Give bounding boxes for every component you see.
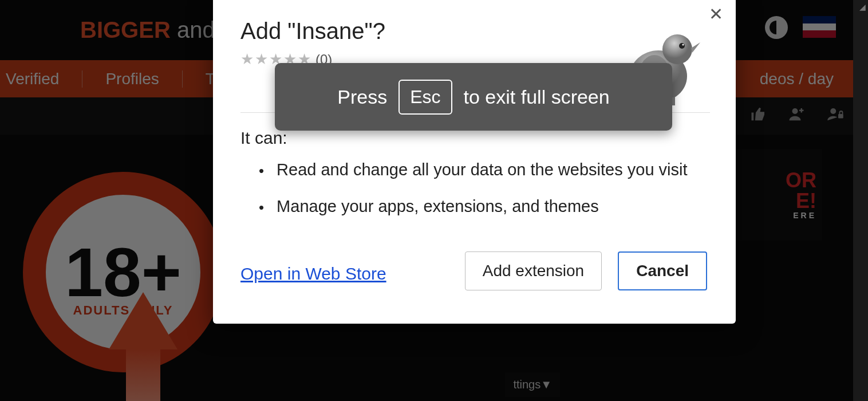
toast-pre: Press bbox=[337, 86, 387, 108]
window-gutter: ◢ bbox=[853, 0, 868, 401]
permission-item: Read and change all your data on the web… bbox=[259, 160, 688, 181]
permissions-list: Read and change all your data on the web… bbox=[259, 160, 688, 234]
cancel-button[interactable]: Cancel bbox=[618, 251, 707, 290]
extension-install-dialog: ✕ Add "Insane"? ★ ★ ★ ★ ★ (0) It can: Re… bbox=[213, 0, 736, 324]
caret-icon: ◢ bbox=[859, 2, 866, 11]
dialog-title: Add "Insane"? bbox=[240, 18, 385, 44]
star-icon: ★ bbox=[255, 50, 268, 68]
add-extension-button[interactable]: Add extension bbox=[465, 251, 602, 290]
permissions-heading: It can: bbox=[240, 128, 287, 148]
star-icon: ★ bbox=[240, 50, 254, 68]
fullscreen-exit-toast: Press Esc to exit full screen bbox=[275, 63, 672, 131]
esc-key-icon: Esc bbox=[399, 80, 452, 115]
svg-marker-7 bbox=[691, 42, 700, 53]
toast-post: to exit full screen bbox=[464, 86, 610, 108]
svg-point-6 bbox=[682, 44, 684, 46]
permission-item: Manage your apps, extensions, and themes bbox=[259, 197, 688, 218]
open-in-web-store-link[interactable]: Open in Web Store bbox=[240, 264, 386, 284]
permission-text: Read and change all your data on the web… bbox=[277, 160, 687, 179]
dialog-buttons: Add extension Cancel bbox=[465, 251, 707, 290]
svg-point-5 bbox=[679, 43, 685, 49]
svg-point-4 bbox=[662, 34, 692, 64]
close-icon[interactable]: ✕ bbox=[709, 6, 723, 23]
permission-text: Manage your apps, extensions, and themes bbox=[277, 197, 599, 216]
